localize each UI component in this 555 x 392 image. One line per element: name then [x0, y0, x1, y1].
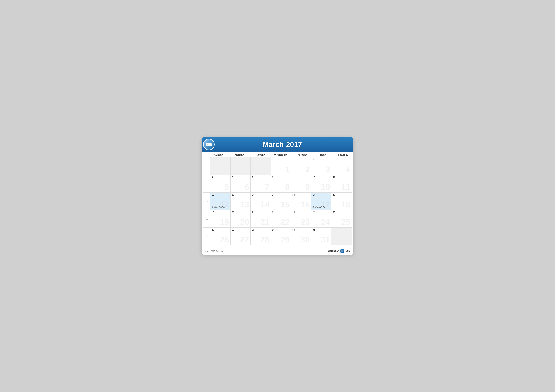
calendar-week-row: 111212Daylight Saving1313141415151616171… — [204, 192, 351, 210]
date-number: 5 — [212, 176, 229, 178]
date-number: 20 — [232, 211, 249, 214]
calendar-day-cell: 1616 — [291, 192, 311, 210]
calendar-day-cell: 3030 — [291, 228, 311, 245]
date-number: 27 — [232, 228, 249, 231]
date-number: 4 — [333, 158, 350, 161]
ghost-date: 21 — [260, 218, 270, 226]
day-header-monday: Monday — [229, 152, 250, 157]
footer-right-brand: Calendar- 365 .com — [328, 249, 351, 253]
date-number: 6 — [232, 176, 249, 178]
calendar-day-cell: 1717St. Patrick's Day — [311, 192, 331, 210]
date-number: 30 — [292, 228, 310, 231]
calendar-header: 365 March 2017 — [202, 137, 353, 152]
calendar-day-cell: 2020 — [230, 210, 251, 228]
ghost-date: 10 — [321, 183, 330, 191]
ghost-date: 31 — [321, 235, 330, 244]
date-number: 10 — [313, 176, 330, 178]
calendar-body: 91122334410556677889910101111111212Dayli… — [202, 157, 353, 247]
week-number: 10 — [204, 175, 210, 185]
date-number: 16 — [292, 193, 310, 196]
calendar-day-cell: 1212Daylight Saving — [210, 192, 230, 210]
calendar-container: 365 March 2017 SundayMondayTuesdayWednes… — [202, 137, 353, 255]
calendar-day-cell: 2828 — [250, 228, 271, 245]
week-number: 12 — [204, 210, 210, 220]
ghost-date: 9 — [305, 183, 310, 191]
calendar-day-cell — [331, 228, 351, 245]
calendar-day-cell: 22 — [291, 157, 311, 175]
ghost-date: 4 — [346, 165, 350, 174]
calendar-day-cell: 99 — [291, 175, 311, 192]
ghost-date: 13 — [240, 200, 249, 209]
calendar-day-cell: 1010 — [311, 175, 331, 192]
calendar-day-cell: 1919 — [210, 210, 230, 228]
day-headers-row: SundayMondayTuesdayWednesdayThursdayFrid… — [202, 152, 353, 157]
ghost-date: 26 — [220, 235, 229, 244]
ghost-date: 24 — [321, 218, 330, 226]
ghost-date: 2 — [305, 165, 310, 174]
date-number: 17 — [313, 193, 330, 196]
ghost-date: 6 — [245, 183, 249, 191]
ghost-date: 27 — [240, 235, 249, 244]
ghost-date: 14 — [260, 200, 270, 209]
ghost-date: 7 — [265, 183, 270, 191]
calendar-day-cell: 2121 — [250, 210, 271, 228]
ghost-date: 22 — [280, 218, 290, 226]
ghost-date: 15 — [280, 200, 290, 209]
calendar-day-cell — [210, 157, 230, 175]
week-number: 13 — [204, 228, 210, 238]
date-number: 25 — [333, 211, 350, 214]
calendar-day-cell: 66 — [230, 175, 251, 192]
calendar-day-cell: 44 — [331, 157, 351, 175]
week-number: 9 — [204, 157, 210, 167]
calendar-footer: March 2017 Calendar Calendar- 365 .com — [202, 247, 353, 255]
date-number: 22 — [272, 211, 290, 214]
day-header-wednesday: Wednesday — [270, 152, 291, 157]
calendar-week-row: 911223344 — [204, 157, 351, 175]
day-header-saturday: Saturday — [333, 152, 353, 157]
date-number: 11 — [333, 176, 350, 178]
ghost-date: 29 — [280, 235, 290, 244]
date-number: 9 — [292, 176, 310, 178]
calendar-day-cell: 33 — [311, 157, 331, 175]
calendar-day-cell: 1515 — [271, 192, 291, 210]
calendar-day-cell — [230, 157, 251, 175]
ghost-date: 25 — [341, 218, 350, 226]
ghost-date: 8 — [285, 183, 290, 191]
ghost-date: 28 — [260, 235, 270, 244]
calendar-day-cell: 2525 — [331, 210, 351, 228]
ghost-date: 18 — [341, 200, 350, 209]
calendar-day-cell: 2222 — [271, 210, 291, 228]
ghost-date: 5 — [225, 183, 229, 191]
date-number: 7 — [252, 176, 270, 178]
calendar-day-cell: 2626 — [210, 228, 230, 245]
calendar-title: March 2017 — [215, 141, 350, 149]
calendar-day-cell — [250, 157, 271, 175]
event-label: Daylight Saving — [212, 206, 230, 208]
event-label: St. Patrick's Day — [313, 206, 331, 208]
ghost-date: 19 — [220, 218, 229, 226]
date-number: 15 — [272, 193, 290, 196]
calendar-day-cell: 1414 — [250, 192, 271, 210]
date-number: 2 — [292, 158, 310, 161]
date-number: 24 — [313, 211, 330, 214]
date-number: 21 — [252, 211, 270, 214]
date-number: 29 — [272, 228, 290, 231]
calendar-week-row: 13262627272828292930303131 — [204, 228, 351, 245]
calendar-day-cell: 2727 — [230, 228, 251, 245]
footer-left-label: March 2017 Calendar — [204, 250, 224, 252]
calendar-day-cell: 1313 — [230, 192, 251, 210]
date-number: 28 — [252, 228, 270, 231]
day-header-sunday: Sunday — [208, 152, 229, 157]
ghost-date: 30 — [301, 235, 310, 244]
ghost-date: 23 — [301, 218, 310, 226]
date-number: 3 — [313, 158, 330, 161]
date-number: 23 — [292, 211, 310, 214]
week-number: 11 — [204, 192, 210, 202]
calendar-day-cell: 1818 — [331, 192, 351, 210]
ghost-date: 3 — [325, 165, 330, 174]
week-num-header-blank — [202, 152, 208, 157]
calendar-day-cell: 1111 — [331, 175, 351, 192]
calendar-day-cell: 3131 — [311, 228, 331, 245]
date-number: 19 — [212, 211, 229, 214]
date-number: 12 — [212, 193, 229, 196]
